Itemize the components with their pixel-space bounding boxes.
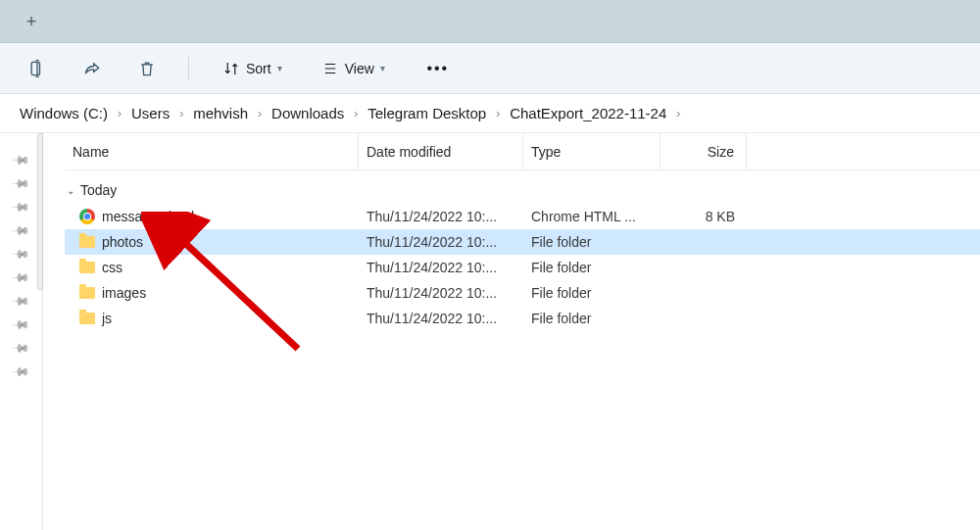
pin-icon[interactable]: 📌 [11, 267, 31, 288]
trash-icon [137, 59, 157, 78]
more-button[interactable]: ••• [424, 55, 452, 82]
folder-icon [78, 310, 96, 327]
rename-button[interactable] [24, 55, 51, 82]
ellipsis-icon: ••• [426, 60, 449, 77]
file-type: Chrome HTML ... [523, 209, 661, 224]
file-name: messages.html [102, 209, 194, 224]
chevron-right-icon: › [258, 107, 262, 120]
view-menu[interactable]: View ▾ [316, 56, 391, 81]
folder-icon [78, 233, 96, 251]
main: 📌📌📌📌📌📌📌📌📌📌 Name Date modified Type Size … [0, 133, 980, 530]
chevron-down-icon: ⌄ [67, 185, 74, 196]
pin-icon[interactable]: 📌 [11, 150, 31, 170]
column-headers: Name Date modified Type Size [65, 133, 980, 170]
file-type: File folder [523, 311, 661, 326]
chevron-right-icon: › [676, 107, 680, 120]
file-type: File folder [523, 260, 661, 275]
file-date: Thu/11/24/2022 10:... [359, 311, 523, 326]
breadcrumb-segment[interactable]: Windows (C:) [18, 103, 110, 123]
file-name: images [102, 285, 146, 301]
file-row[interactable]: jsThu/11/24/2022 10:...File folder [65, 306, 980, 331]
pin-icon[interactable]: 📌 [11, 197, 31, 217]
share-icon [82, 59, 102, 78]
file-name: css [102, 260, 122, 275]
pin-icon[interactable]: 📌 [11, 220, 31, 241]
chevron-right-icon: › [118, 107, 122, 120]
plus-icon: + [26, 12, 37, 32]
pin-icon[interactable]: 📌 [11, 338, 31, 359]
group-label: Today [80, 182, 117, 198]
breadcrumb-segment[interactable]: Telegram Desktop [366, 103, 488, 123]
file-name: js [102, 311, 112, 326]
file-row[interactable]: imagesThu/11/24/2022 10:...File folder [65, 280, 980, 306]
tab-bar: + [0, 0, 980, 43]
chevron-right-icon: › [496, 107, 500, 120]
view-label: View [345, 61, 374, 76]
breadcrumb-segment[interactable]: mehvish [191, 103, 250, 123]
file-row[interactable]: photosThu/11/24/2022 10:...File folder [65, 229, 980, 255]
file-row[interactable]: cssThu/11/24/2022 10:...File folder [65, 255, 980, 280]
col-size[interactable]: Size [661, 133, 747, 169]
col-type[interactable]: Type [523, 133, 661, 169]
breadcrumb-segment[interactable]: Users [129, 103, 172, 123]
sort-menu[interactable]: Sort ▾ [217, 56, 288, 81]
breadcrumb: Windows (C:)›Users›mehvish›Downloads›Tel… [0, 94, 980, 133]
file-row[interactable]: messages.htmlThu/11/24/2022 10:...Chrome… [65, 204, 980, 229]
file-date: Thu/11/24/2022 10:... [359, 234, 523, 250]
svg-rect-0 [31, 62, 39, 74]
file-size: 8 KB [661, 209, 747, 224]
col-date[interactable]: Date modified [359, 133, 523, 169]
delete-button[interactable] [133, 55, 161, 82]
toolbar: Sort ▾ View ▾ ••• [0, 43, 980, 94]
chevron-right-icon: › [179, 107, 183, 120]
col-name[interactable]: Name [65, 133, 359, 169]
sort-icon [222, 60, 240, 77]
chevron-down-icon: ▾ [380, 63, 385, 73]
folder-icon [78, 259, 96, 276]
rename-icon [27, 59, 47, 78]
pin-icon[interactable]: 📌 [11, 244, 31, 265]
view-icon [321, 60, 339, 77]
pin-icon[interactable]: 📌 [11, 361, 31, 382]
file-type: File folder [523, 285, 661, 301]
file-date: Thu/11/24/2022 10:... [359, 260, 523, 275]
new-tab-button[interactable]: + [14, 4, 49, 39]
chevron-down-icon: ▾ [277, 63, 282, 73]
sort-label: Sort [246, 61, 271, 76]
file-name: photos [102, 234, 143, 250]
chrome-icon [78, 208, 96, 225]
file-list: Name Date modified Type Size ⌄ Today mes… [43, 133, 980, 530]
folder-icon [78, 284, 96, 302]
share-button[interactable] [78, 55, 106, 82]
file-date: Thu/11/24/2022 10:... [359, 209, 523, 224]
chevron-right-icon: › [354, 107, 358, 120]
file-date: Thu/11/24/2022 10:... [359, 285, 523, 301]
quick-access-sidebar: 📌📌📌📌📌📌📌📌📌📌 [0, 133, 43, 530]
group-header[interactable]: ⌄ Today [65, 170, 980, 204]
toolbar-divider [188, 57, 189, 80]
file-type: File folder [523, 234, 661, 250]
breadcrumb-segment[interactable]: Downloads [270, 103, 346, 123]
pin-icon[interactable]: 📌 [11, 173, 31, 194]
pin-icon[interactable]: 📌 [11, 291, 31, 312]
pin-icon[interactable]: 📌 [11, 314, 31, 335]
breadcrumb-segment[interactable]: ChatExport_2022-11-24 [508, 103, 668, 123]
